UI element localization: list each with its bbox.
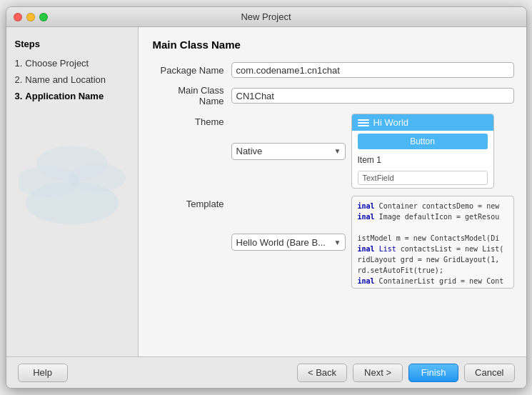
- preview-title: Hi World: [373, 117, 409, 128]
- theme-select[interactable]: Native Flat Material iOS: [231, 143, 346, 160]
- main-class-row: Main Class Name: [153, 85, 515, 106]
- package-name-label: Package Name: [153, 65, 231, 76]
- watermark: [15, 103, 129, 231]
- code-line-6: ridLayout grd = new GridLayout(1,: [358, 254, 508, 265]
- code-line-4: istModel m = new ContactsModel(Di: [358, 233, 508, 244]
- footer-left: Help: [18, 364, 68, 382]
- panel-title: Main Class Name: [153, 39, 515, 51]
- sidebar: Steps 1. Choose Project 2. Name and Loca…: [6, 27, 139, 356]
- sidebar-item-choose-project[interactable]: 1. Choose Project: [15, 56, 129, 70]
- template-content: Hello World (Bare B... Hello World Tabs …: [231, 196, 515, 289]
- svg-point-3: [36, 146, 108, 181]
- template-select[interactable]: Hello World (Bare B... Hello World Tabs: [231, 234, 346, 251]
- code-line-8: inal ContainerList grid = new Cont: [358, 276, 508, 286]
- theme-label: Theme: [153, 114, 231, 127]
- cancel-button[interactable]: Cancel: [464, 364, 514, 382]
- code-line-2: inal Image defaultIcon = getResou: [358, 211, 508, 222]
- minimize-button[interactable]: [26, 13, 35, 21]
- main-class-input[interactable]: [231, 88, 515, 104]
- sidebar-item-name-location[interactable]: 2. Name and Location: [15, 73, 129, 86]
- package-name-input[interactable]: [231, 62, 515, 78]
- code-line-1: inal Container contactsDemo = new: [358, 201, 508, 211]
- code-line-7: rd.setAutoFit(true);: [358, 265, 508, 276]
- watermark-icon: [19, 124, 126, 231]
- sidebar-item-app-name[interactable]: 3. Application Name: [15, 89, 129, 103]
- code-line-9: rid.setLayout(grd);: [358, 286, 508, 289]
- window-title: New Project: [241, 11, 291, 22]
- code-line-3: [358, 222, 508, 233]
- step-1-label: Choose Project: [25, 58, 89, 69]
- finish-button[interactable]: Finish: [408, 364, 458, 382]
- theme-select-wrapper: Native Flat Material iOS ▼: [231, 114, 346, 189]
- code-line-5: inal List contactsList = new List(: [358, 244, 508, 254]
- package-name-row: Package Name: [153, 62, 515, 78]
- theme-row: Theme Native Flat Material iOS ▼: [153, 114, 515, 189]
- step-1-number: 1.: [15, 58, 23, 69]
- steps-list: 1. Choose Project 2. Name and Location 3…: [15, 56, 129, 103]
- maximize-button[interactable]: [39, 13, 48, 21]
- footer-right: < Back Next > Finish Cancel: [297, 364, 515, 382]
- main-panel: Main Class Name Package Name Main Class …: [139, 27, 526, 356]
- preview-button: Button: [358, 134, 488, 149]
- next-button[interactable]: Next >: [353, 364, 403, 382]
- theme-content: Native Flat Material iOS ▼ Hi World: [231, 114, 515, 189]
- close-button[interactable]: [14, 13, 22, 21]
- preview-textfield: TextField: [358, 171, 488, 185]
- template-row: Template Hello World (Bare B... Hello Wo…: [153, 196, 515, 289]
- code-preview: inal Container contactsDemo = new inal I…: [351, 196, 515, 289]
- preview-header: Hi World: [352, 114, 493, 131]
- step-3-label: Application Name: [25, 91, 104, 101]
- help-button[interactable]: Help: [18, 364, 68, 382]
- window-controls: [14, 13, 48, 21]
- back-button[interactable]: < Back: [297, 364, 347, 382]
- step-2-label: Name and Location: [25, 74, 106, 85]
- template-label: Template: [153, 196, 231, 209]
- content-area: Steps 1. Choose Project 2. Name and Loca…: [6, 27, 526, 356]
- main-window: New Project Steps 1. Choose Project 2. N…: [6, 6, 527, 389]
- steps-title: Steps: [15, 39, 129, 49]
- titlebar: New Project: [6, 7, 526, 27]
- theme-preview: Hi World Button Item 1 TextField: [351, 114, 494, 189]
- step-3-number: 3.: [15, 91, 23, 101]
- preview-list-item: Item 1: [352, 152, 493, 168]
- main-class-label: Main Class Name: [153, 85, 231, 106]
- step-2-number: 2.: [15, 74, 23, 85]
- hamburger-icon: [358, 119, 369, 126]
- template-select-wrapper: Hello World (Bare B... Hello World Tabs …: [231, 196, 346, 289]
- footer: Help < Back Next > Finish Cancel: [6, 356, 526, 388]
